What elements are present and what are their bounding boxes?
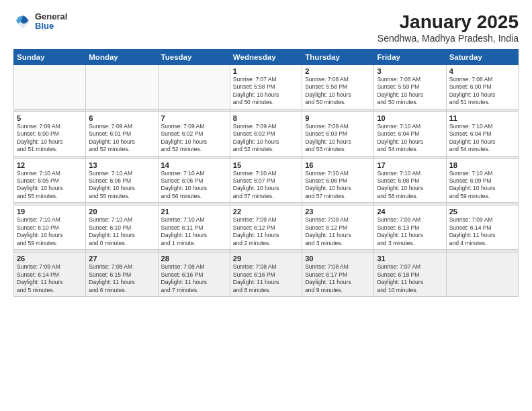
day-info: Sunrise: 7:10 AM Sunset: 6:09 PM Dayligh… (449, 170, 515, 201)
logo-blue-text: Blue (35, 21, 67, 31)
col-wednesday: Wednesday (230, 49, 302, 64)
day-number: 5 (17, 114, 83, 122)
day-number: 1 (233, 67, 299, 75)
week-row-5: 26Sunrise: 7:09 AM Sunset: 6:14 PM Dayli… (14, 253, 519, 297)
day-info: Sunrise: 7:09 AM Sunset: 6:02 PM Dayligh… (233, 123, 299, 154)
day-number: 29 (233, 255, 299, 263)
header: General Blue January 2025 Sendhwa, Madhy… (13, 12, 519, 44)
day-number: 31 (377, 255, 443, 263)
table-row: 14Sunrise: 7:10 AM Sunset: 6:06 PM Dayli… (158, 158, 230, 203)
table-row: 4Sunrise: 7:08 AM Sunset: 6:00 PM Daylig… (446, 64, 518, 109)
day-info: Sunrise: 7:08 AM Sunset: 6:16 PM Dayligh… (233, 263, 299, 294)
table-row: 22Sunrise: 7:09 AM Sunset: 6:12 PM Dayli… (230, 205, 302, 250)
day-number: 3 (377, 67, 443, 75)
day-number: 15 (233, 161, 299, 169)
col-sunday: Sunday (14, 49, 86, 64)
table-row: 15Sunrise: 7:10 AM Sunset: 6:07 PM Dayli… (230, 158, 302, 203)
logo-icon (13, 12, 32, 31)
month-title: January 2025 (378, 12, 519, 33)
day-info: Sunrise: 7:08 AM Sunset: 5:58 PM Dayligh… (305, 76, 371, 107)
day-info: Sunrise: 7:10 AM Sunset: 6:08 PM Dayligh… (377, 170, 443, 201)
day-info: Sunrise: 7:10 AM Sunset: 6:06 PM Dayligh… (89, 170, 154, 201)
day-number: 22 (233, 208, 299, 216)
table-row: 27Sunrise: 7:08 AM Sunset: 6:15 PM Dayli… (86, 253, 158, 297)
day-number: 6 (89, 114, 154, 122)
table-row (14, 64, 86, 109)
table-row: 18Sunrise: 7:10 AM Sunset: 6:09 PM Dayli… (446, 158, 518, 203)
day-info: Sunrise: 7:07 AM Sunset: 5:58 PM Dayligh… (233, 76, 299, 107)
table-row: 13Sunrise: 7:10 AM Sunset: 6:06 PM Dayli… (86, 158, 158, 203)
table-row: 26Sunrise: 7:09 AM Sunset: 6:14 PM Dayli… (14, 253, 86, 297)
day-number: 21 (161, 208, 227, 216)
day-info: Sunrise: 7:08 AM Sunset: 6:00 PM Dayligh… (449, 76, 515, 107)
day-number: 2 (305, 67, 371, 75)
day-number: 16 (305, 161, 371, 169)
week-row-1: 1Sunrise: 7:07 AM Sunset: 5:58 PM Daylig… (14, 64, 519, 109)
day-number: 8 (233, 114, 299, 122)
table-row: 12Sunrise: 7:10 AM Sunset: 6:05 PM Dayli… (14, 158, 86, 203)
location-title: Sendhwa, Madhya Pradesh, India (378, 33, 519, 44)
page: General Blue January 2025 Sendhwa, Madhy… (0, 0, 532, 411)
table-row: 19Sunrise: 7:10 AM Sunset: 6:10 PM Dayli… (14, 205, 86, 250)
day-info: Sunrise: 7:10 AM Sunset: 6:10 PM Dayligh… (17, 216, 83, 247)
table-row: 30Sunrise: 7:08 AM Sunset: 6:17 PM Dayli… (302, 253, 374, 297)
logo: General Blue (13, 12, 67, 32)
day-info: Sunrise: 7:10 AM Sunset: 6:06 PM Dayligh… (161, 170, 227, 201)
table-row: 23Sunrise: 7:09 AM Sunset: 6:12 PM Dayli… (302, 205, 374, 250)
table-row: 25Sunrise: 7:09 AM Sunset: 6:14 PM Dayli… (446, 205, 518, 250)
day-number: 25 (449, 208, 515, 216)
day-number: 18 (449, 161, 515, 169)
calendar-header-row: Sunday Monday Tuesday Wednesday Thursday… (14, 49, 519, 64)
day-number: 7 (161, 114, 227, 122)
day-number: 19 (17, 208, 83, 216)
day-info: Sunrise: 7:08 AM Sunset: 6:15 PM Dayligh… (89, 263, 154, 294)
table-row: 17Sunrise: 7:10 AM Sunset: 6:08 PM Dayli… (374, 158, 446, 203)
table-row: 5Sunrise: 7:09 AM Sunset: 6:00 PM Daylig… (14, 111, 86, 156)
day-number: 10 (377, 114, 443, 122)
table-row: 7Sunrise: 7:09 AM Sunset: 6:02 PM Daylig… (158, 111, 230, 156)
day-info: Sunrise: 7:10 AM Sunset: 6:07 PM Dayligh… (233, 170, 299, 201)
day-info: Sunrise: 7:09 AM Sunset: 6:00 PM Dayligh… (17, 123, 83, 154)
table-row: 29Sunrise: 7:08 AM Sunset: 6:16 PM Dayli… (230, 253, 302, 297)
table-row: 20Sunrise: 7:10 AM Sunset: 6:10 PM Dayli… (86, 205, 158, 250)
title-area: January 2025 Sendhwa, Madhya Pradesh, In… (378, 12, 519, 44)
table-row: 11Sunrise: 7:10 AM Sunset: 6:04 PM Dayli… (446, 111, 518, 156)
day-info: Sunrise: 7:10 AM Sunset: 6:05 PM Dayligh… (17, 170, 83, 201)
logo-text: General Blue (35, 12, 67, 32)
day-number: 20 (89, 208, 154, 216)
day-info: Sunrise: 7:10 AM Sunset: 6:08 PM Dayligh… (305, 170, 371, 201)
table-row: 9Sunrise: 7:09 AM Sunset: 6:03 PM Daylig… (302, 111, 374, 156)
table-row: 31Sunrise: 7:07 AM Sunset: 6:18 PM Dayli… (374, 253, 446, 297)
logo-general-text: General (35, 12, 67, 21)
table-row: 16Sunrise: 7:10 AM Sunset: 6:08 PM Dayli… (302, 158, 374, 203)
day-info: Sunrise: 7:08 AM Sunset: 5:59 PM Dayligh… (377, 76, 443, 107)
table-row: 1Sunrise: 7:07 AM Sunset: 5:58 PM Daylig… (230, 64, 302, 109)
week-row-2: 5Sunrise: 7:09 AM Sunset: 6:00 PM Daylig… (14, 111, 519, 156)
day-number: 12 (17, 161, 83, 169)
table-row: 10Sunrise: 7:10 AM Sunset: 6:04 PM Dayli… (374, 111, 446, 156)
day-number: 27 (89, 255, 154, 263)
table-row: 28Sunrise: 7:08 AM Sunset: 6:16 PM Dayli… (158, 253, 230, 297)
day-number: 26 (17, 255, 83, 263)
day-info: Sunrise: 7:09 AM Sunset: 6:01 PM Dayligh… (89, 123, 154, 154)
day-info: Sunrise: 7:09 AM Sunset: 6:12 PM Dayligh… (233, 216, 299, 247)
day-info: Sunrise: 7:10 AM Sunset: 6:04 PM Dayligh… (449, 123, 515, 154)
day-info: Sunrise: 7:07 AM Sunset: 6:18 PM Dayligh… (377, 263, 443, 294)
day-number: 23 (305, 208, 371, 216)
day-info: Sunrise: 7:09 AM Sunset: 6:03 PM Dayligh… (305, 123, 371, 154)
day-number: 13 (89, 161, 154, 169)
table-row: 21Sunrise: 7:10 AM Sunset: 6:11 PM Dayli… (158, 205, 230, 250)
day-info: Sunrise: 7:09 AM Sunset: 6:02 PM Dayligh… (161, 123, 227, 154)
day-info: Sunrise: 7:08 AM Sunset: 6:17 PM Dayligh… (305, 263, 371, 294)
week-row-4: 19Sunrise: 7:10 AM Sunset: 6:10 PM Dayli… (14, 205, 519, 250)
day-number: 28 (161, 255, 227, 263)
table-row: 3Sunrise: 7:08 AM Sunset: 5:59 PM Daylig… (374, 64, 446, 109)
day-info: Sunrise: 7:10 AM Sunset: 6:04 PM Dayligh… (377, 123, 443, 154)
day-info: Sunrise: 7:08 AM Sunset: 6:16 PM Dayligh… (161, 263, 227, 294)
table-row: 6Sunrise: 7:09 AM Sunset: 6:01 PM Daylig… (86, 111, 158, 156)
col-friday: Friday (374, 49, 446, 64)
day-info: Sunrise: 7:09 AM Sunset: 6:14 PM Dayligh… (17, 263, 83, 294)
week-row-3: 12Sunrise: 7:10 AM Sunset: 6:05 PM Dayli… (14, 158, 519, 203)
table-row: 2Sunrise: 7:08 AM Sunset: 5:58 PM Daylig… (302, 64, 374, 109)
table-row (158, 64, 230, 109)
